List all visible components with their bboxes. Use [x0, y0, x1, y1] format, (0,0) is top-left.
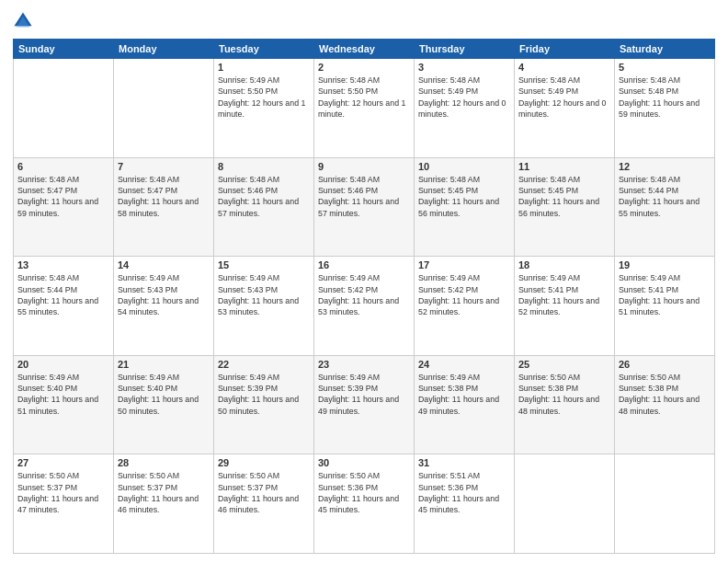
calendar-week-row: 6Sunrise: 5:48 AM Sunset: 5:47 PM Daylig… [14, 157, 715, 257]
day-number: 16 [318, 259, 410, 270]
day-of-week-header: Wednesday [314, 40, 415, 59]
calendar-cell [615, 454, 715, 554]
day-number: 2 [318, 62, 410, 73]
calendar-cell [114, 59, 214, 158]
calendar-cell: 28Sunrise: 5:50 AM Sunset: 5:37 PM Dayli… [114, 454, 214, 554]
header [13, 11, 715, 31]
day-number: 5 [619, 62, 711, 73]
day-number: 12 [619, 161, 711, 172]
day-number: 19 [619, 259, 711, 270]
day-info: Sunrise: 5:49 AM Sunset: 5:42 PM Dayligh… [318, 272, 410, 317]
day-info: Sunrise: 5:48 AM Sunset: 5:49 PM Dayligh… [418, 75, 510, 120]
day-info: Sunrise: 5:50 AM Sunset: 5:37 PM Dayligh… [118, 470, 210, 515]
day-number: 24 [418, 359, 510, 370]
day-number: 20 [17, 359, 109, 370]
calendar-week-row: 13Sunrise: 5:48 AM Sunset: 5:44 PM Dayli… [14, 257, 715, 356]
day-number: 14 [118, 259, 210, 270]
day-number: 9 [318, 161, 410, 172]
calendar-cell [515, 454, 615, 554]
day-of-week-header: Saturday [615, 40, 715, 59]
calendar-cell: 14Sunrise: 5:49 AM Sunset: 5:43 PM Dayli… [114, 257, 214, 356]
day-number: 1 [218, 62, 310, 73]
day-info: Sunrise: 5:49 AM Sunset: 5:38 PM Dayligh… [418, 372, 510, 417]
calendar-cell: 22Sunrise: 5:49 AM Sunset: 5:39 PM Dayli… [214, 355, 314, 454]
calendar-cell: 25Sunrise: 5:50 AM Sunset: 5:38 PM Dayli… [515, 355, 615, 454]
day-number: 31 [418, 457, 510, 468]
calendar-cell: 10Sunrise: 5:48 AM Sunset: 5:45 PM Dayli… [415, 157, 515, 257]
day-info: Sunrise: 5:50 AM Sunset: 5:37 PM Dayligh… [17, 470, 109, 515]
calendar-cell: 26Sunrise: 5:50 AM Sunset: 5:38 PM Dayli… [615, 355, 715, 454]
calendar-cell: 13Sunrise: 5:48 AM Sunset: 5:44 PM Dayli… [14, 257, 114, 356]
day-number: 17 [418, 259, 510, 270]
day-info: Sunrise: 5:48 AM Sunset: 5:49 PM Dayligh… [518, 75, 610, 120]
day-info: Sunrise: 5:49 AM Sunset: 5:42 PM Dayligh… [418, 272, 510, 317]
calendar-cell: 6Sunrise: 5:48 AM Sunset: 5:47 PM Daylig… [14, 157, 114, 257]
calendar-cell: 21Sunrise: 5:49 AM Sunset: 5:40 PM Dayli… [114, 355, 214, 454]
day-number: 13 [17, 259, 109, 270]
calendar-cell: 8Sunrise: 5:48 AM Sunset: 5:46 PM Daylig… [214, 157, 314, 257]
day-info: Sunrise: 5:48 AM Sunset: 5:44 PM Dayligh… [17, 272, 109, 317]
day-info: Sunrise: 5:50 AM Sunset: 5:38 PM Dayligh… [518, 372, 610, 417]
calendar-cell: 9Sunrise: 5:48 AM Sunset: 5:46 PM Daylig… [314, 157, 415, 257]
calendar-cell: 17Sunrise: 5:49 AM Sunset: 5:42 PM Dayli… [415, 257, 515, 356]
day-info: Sunrise: 5:48 AM Sunset: 5:45 PM Dayligh… [418, 174, 510, 219]
day-info: Sunrise: 5:50 AM Sunset: 5:36 PM Dayligh… [318, 470, 410, 515]
day-number: 7 [118, 161, 210, 172]
day-number: 15 [218, 259, 310, 270]
day-number: 29 [218, 457, 310, 468]
day-info: Sunrise: 5:49 AM Sunset: 5:41 PM Dayligh… [518, 272, 610, 317]
calendar-cell: 31Sunrise: 5:51 AM Sunset: 5:36 PM Dayli… [415, 454, 515, 554]
calendar-cell: 12Sunrise: 5:48 AM Sunset: 5:44 PM Dayli… [615, 157, 715, 257]
day-number: 21 [118, 359, 210, 370]
day-number: 25 [518, 359, 610, 370]
day-info: Sunrise: 5:51 AM Sunset: 5:36 PM Dayligh… [418, 470, 510, 515]
calendar-cell: 3Sunrise: 5:48 AM Sunset: 5:49 PM Daylig… [415, 59, 515, 158]
day-info: Sunrise: 5:49 AM Sunset: 5:40 PM Dayligh… [118, 372, 210, 417]
calendar-cell: 7Sunrise: 5:48 AM Sunset: 5:47 PM Daylig… [114, 157, 214, 257]
day-info: Sunrise: 5:50 AM Sunset: 5:38 PM Dayligh… [619, 372, 711, 417]
calendar-cell: 27Sunrise: 5:50 AM Sunset: 5:37 PM Dayli… [14, 454, 114, 554]
calendar-cell: 5Sunrise: 5:48 AM Sunset: 5:48 PM Daylig… [615, 59, 715, 158]
day-info: Sunrise: 5:50 AM Sunset: 5:37 PM Dayligh… [218, 470, 310, 515]
day-of-week-header: Thursday [415, 40, 515, 59]
day-info: Sunrise: 5:49 AM Sunset: 5:43 PM Dayligh… [118, 272, 210, 317]
calendar-cell: 23Sunrise: 5:49 AM Sunset: 5:39 PM Dayli… [314, 355, 415, 454]
day-info: Sunrise: 5:48 AM Sunset: 5:48 PM Dayligh… [619, 75, 711, 120]
day-info: Sunrise: 5:49 AM Sunset: 5:39 PM Dayligh… [318, 372, 410, 417]
calendar-cell: 30Sunrise: 5:50 AM Sunset: 5:36 PM Dayli… [314, 454, 415, 554]
day-info: Sunrise: 5:49 AM Sunset: 5:40 PM Dayligh… [17, 372, 109, 417]
calendar-week-row: 20Sunrise: 5:49 AM Sunset: 5:40 PM Dayli… [14, 355, 715, 454]
day-number: 23 [318, 359, 410, 370]
day-info: Sunrise: 5:48 AM Sunset: 5:46 PM Dayligh… [318, 174, 410, 219]
day-number: 10 [418, 161, 510, 172]
day-info: Sunrise: 5:48 AM Sunset: 5:45 PM Dayligh… [518, 174, 610, 219]
calendar-cell: 20Sunrise: 5:49 AM Sunset: 5:40 PM Dayli… [14, 355, 114, 454]
day-info: Sunrise: 5:49 AM Sunset: 5:39 PM Dayligh… [218, 372, 310, 417]
calendar-week-row: 1Sunrise: 5:49 AM Sunset: 5:50 PM Daylig… [14, 59, 715, 158]
day-of-week-header: Friday [515, 40, 615, 59]
day-of-week-header: Tuesday [214, 40, 314, 59]
day-info: Sunrise: 5:48 AM Sunset: 5:47 PM Dayligh… [118, 174, 210, 219]
calendar-table: SundayMondayTuesdayWednesdayThursdayFrid… [13, 39, 715, 554]
day-number: 28 [118, 457, 210, 468]
calendar-cell: 24Sunrise: 5:49 AM Sunset: 5:38 PM Dayli… [415, 355, 515, 454]
calendar-cell: 4Sunrise: 5:48 AM Sunset: 5:49 PM Daylig… [515, 59, 615, 158]
calendar-header-row: SundayMondayTuesdayWednesdayThursdayFrid… [14, 40, 715, 59]
day-number: 6 [17, 161, 109, 172]
day-info: Sunrise: 5:49 AM Sunset: 5:41 PM Dayligh… [619, 272, 711, 317]
calendar-cell: 18Sunrise: 5:49 AM Sunset: 5:41 PM Dayli… [515, 257, 615, 356]
logo [13, 11, 37, 31]
day-info: Sunrise: 5:49 AM Sunset: 5:43 PM Dayligh… [218, 272, 310, 317]
calendar-cell: 2Sunrise: 5:48 AM Sunset: 5:50 PM Daylig… [314, 59, 415, 158]
page: SundayMondayTuesdayWednesdayThursdayFrid… [0, 0, 728, 563]
day-info: Sunrise: 5:49 AM Sunset: 5:50 PM Dayligh… [218, 75, 310, 120]
calendar-cell: 29Sunrise: 5:50 AM Sunset: 5:37 PM Dayli… [214, 454, 314, 554]
calendar-cell: 15Sunrise: 5:49 AM Sunset: 5:43 PM Dayli… [214, 257, 314, 356]
calendar-cell: 1Sunrise: 5:49 AM Sunset: 5:50 PM Daylig… [214, 59, 314, 158]
day-info: Sunrise: 5:48 AM Sunset: 5:46 PM Dayligh… [218, 174, 310, 219]
day-number: 11 [518, 161, 610, 172]
day-number: 26 [619, 359, 711, 370]
logo-icon [13, 11, 33, 31]
day-info: Sunrise: 5:48 AM Sunset: 5:47 PM Dayligh… [17, 174, 109, 219]
day-number: 4 [518, 62, 610, 73]
